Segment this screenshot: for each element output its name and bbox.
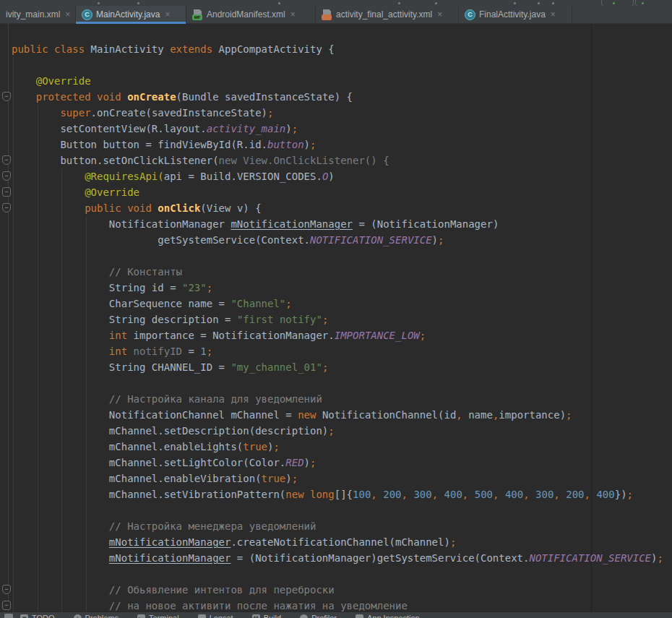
tool-window-label: Problems	[85, 614, 119, 618]
code-token: @Override	[36, 75, 91, 87]
fold-marker[interactable]: −	[2, 187, 11, 197]
tab-close-icon[interactable]: ×	[437, 10, 442, 19]
tool-window-button-logcat[interactable]: Logcat	[198, 614, 233, 618]
code-token: @Override	[85, 186, 139, 198]
code-token: // Константы	[109, 266, 182, 278]
editor-tab-activity-final-acttivity-xml[interactable]: activity_final_acttivity.xml×	[316, 6, 459, 23]
toolbar-icon-dot	[98, 2, 100, 4]
code-line[interactable]: mChannel.enableVibration(true);	[12, 471, 663, 486]
fold-marker[interactable]: −	[2, 203, 11, 213]
code-line[interactable]: // Настройка канала для уведомлений	[12, 391, 663, 407]
fold-marker[interactable]: −	[2, 155, 11, 165]
editor-tab-mainactivity-java[interactable]: CMainActivity.java×	[76, 6, 186, 23]
code-token: ;	[438, 234, 444, 246]
code-line[interactable]: public class MainActivity extends AppCom…	[12, 41, 663, 57]
window-layout-icon[interactable]	[4, 614, 13, 618]
editor-tab-ivity-main-xml[interactable]: ivity_main.xml×	[0, 6, 76, 23]
code-line[interactable]: int importance = NotificationManager.IMP…	[12, 327, 663, 343]
code-line[interactable]: public void onClick(View v) {	[12, 200, 663, 216]
code-token: IMPORTANCE_LOW	[335, 330, 420, 341]
code-line[interactable]: String id = "23";	[12, 280, 663, 296]
tool-window-button-problems[interactable]: !Problems	[74, 614, 119, 618]
code-line[interactable]: // Настройка менеджера уведомлений	[12, 518, 663, 534]
code-line[interactable]	[12, 57, 663, 73]
code-line[interactable]: @RequiresApi(api = Build.VERSION_CODES.O…	[12, 168, 663, 184]
code-token: = (NotificationManager)	[353, 218, 499, 230]
editor-tab-androidmanifest-xml[interactable]: MFAndroidManifest.xml×	[186, 6, 316, 23]
code-line[interactable]: // Константы	[12, 264, 663, 280]
code-line[interactable]: mChannel.setLightColor(Color.RED);	[12, 455, 663, 471]
code-token: []{	[335, 489, 353, 500]
code-line[interactable]: @Override	[12, 73, 663, 89]
code-token: AppCompatActivity {	[219, 43, 335, 55]
code-token	[12, 520, 109, 532]
code-token: mChannel.setVibrationPattern(	[12, 489, 285, 500]
code-line[interactable]: super.onCreate(savedInstanceState);	[12, 105, 663, 121]
gutter-fold-line	[8, 24, 9, 611]
code-token: )	[432, 234, 438, 246]
code-line[interactable]: mChannel.setDescription(description);	[12, 423, 663, 439]
tool-window-button-app-inspection[interactable]: App Inspection	[356, 614, 420, 618]
tool-window-label: Terminal	[149, 614, 179, 618]
file-type-badge	[322, 14, 332, 20]
code-line[interactable]: // на новое активити после нажатия на ув…	[12, 598, 663, 611]
code-line[interactable]: button.setOnClickListener(new View.OnCli…	[12, 153, 663, 168]
code-line[interactable]: mNotificationManager.createNotificationC…	[12, 534, 663, 550]
code-editor[interactable]: public class MainActivity extends AppCom…	[0, 24, 672, 611]
code-line[interactable]	[12, 375, 663, 391]
code-line[interactable]: setContentView(R.layout.activity_main);	[12, 121, 663, 137]
code-line[interactable]: mChannel.enableLights(true);	[12, 439, 663, 455]
code-token: 400	[444, 489, 462, 500]
tool-window-button-terminal[interactable]: >_Terminal	[137, 614, 179, 618]
code-line[interactable]: String description = "first notify";	[12, 312, 663, 327]
code-token: new View.OnClickListener() {	[219, 155, 389, 166]
code-line[interactable]: mNotificationManager = (NotificationMana…	[12, 550, 663, 566]
tab-close-icon[interactable]: ×	[290, 10, 296, 19]
code-token: NotificationChannel(id	[322, 409, 456, 421]
tab-label: MainActivity.java	[96, 9, 160, 20]
tool-window-button-build[interactable]: ⚒Build	[252, 614, 281, 618]
code-token: protected void	[36, 91, 127, 103]
tab-close-icon[interactable]: ×	[165, 10, 170, 19]
fold-marker[interactable]: −	[2, 601, 11, 610]
code-token: (Bundle savedInstanceState) {	[176, 91, 353, 103]
code-line[interactable]: NotificationManager mNotificationManager…	[12, 216, 663, 232]
code-token: 400	[596, 489, 614, 500]
fold-marker[interactable]: −	[2, 585, 11, 594]
ide-window: ivity_main.xml×CMainActivity.java×MFAndr…	[0, 0, 672, 618]
code-line[interactable]: String CHANNEL_ID = "my_channel_01";	[12, 359, 663, 375]
code-line[interactable]: int notifyID = 1;	[12, 343, 663, 359]
tool-window-button-profiler[interactable]: Profiler	[300, 614, 337, 618]
code-line[interactable]: mChannel.setVibrationPattern(new long[]{…	[12, 486, 663, 502]
code-token: super	[60, 107, 90, 119]
code-line[interactable]: CharSequence name = "Channel";	[12, 296, 663, 312]
code-token: =	[182, 346, 200, 357]
code-area[interactable]: public class MainActivity extends AppCom…	[12, 41, 663, 611]
code-token: )	[328, 171, 334, 182]
code-line[interactable]: getSystemService(Context.NOTIFICATION_SE…	[12, 232, 663, 248]
code-line[interactable]: Button button = findViewById(R.id.button…	[12, 137, 663, 153]
code-line[interactable]: // Обьявление интентов для переброски	[12, 582, 663, 598]
fold-marker[interactable]: −	[2, 92, 11, 101]
code-token: ;	[322, 314, 328, 325]
code-line[interactable]	[12, 566, 663, 582]
fold-marker[interactable]: −	[2, 171, 11, 181]
code-token	[12, 186, 85, 198]
code-token: importance)	[499, 409, 566, 421]
tab-close-icon[interactable]: ×	[551, 10, 556, 19]
code-line[interactable]	[12, 502, 663, 518]
code-line[interactable]: NotificationChannel mChannel = new Notif…	[12, 407, 663, 423]
tab-close-icon[interactable]: ×	[65, 10, 70, 19]
app-inspection-icon	[356, 614, 363, 618]
code-line[interactable]: protected void onCreate(Bundle savedInst…	[12, 89, 663, 105]
tool-window-button-todo[interactable]: ≣TODO	[20, 614, 55, 618]
code-line[interactable]	[12, 248, 663, 264]
editor-tab-finalacttivity-java[interactable]: CFinalActtivity.java×	[459, 6, 572, 23]
code-token	[12, 107, 60, 119]
code-token: mNotificationManager	[231, 218, 353, 230]
code-token: "first notify"	[237, 314, 322, 325]
java-class-icon: C	[465, 9, 475, 20]
code-line[interactable]: @Override	[12, 184, 663, 200]
toolbar-icon-dot	[435, 2, 437, 4]
code-token: // Настройка канала для уведомлений	[109, 393, 322, 405]
